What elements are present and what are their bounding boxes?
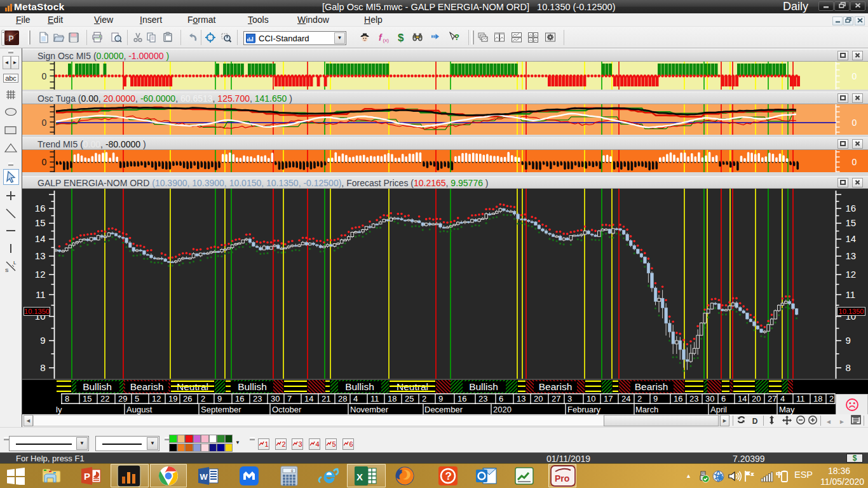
svg-text:20: 20 bbox=[534, 394, 543, 403]
svg-text:24: 24 bbox=[621, 394, 630, 403]
svg-text:26: 26 bbox=[183, 394, 192, 403]
svg-text:S: S bbox=[5, 268, 8, 273]
svg-text:23: 23 bbox=[478, 394, 487, 403]
svg-text:2: 2 bbox=[829, 394, 834, 403]
svg-text:December: December bbox=[424, 405, 463, 414]
svg-text:14: 14 bbox=[738, 394, 747, 403]
svg-text:Bearish: Bearish bbox=[635, 381, 668, 392]
svg-text:23: 23 bbox=[689, 394, 698, 403]
svg-text:27: 27 bbox=[768, 394, 776, 403]
svg-text:12: 12 bbox=[35, 269, 46, 280]
svg-text:17: 17 bbox=[604, 394, 613, 403]
svg-text:X: X bbox=[356, 471, 363, 482]
svg-text:9: 9 bbox=[846, 335, 851, 346]
svg-text:13: 13 bbox=[846, 250, 857, 261]
svg-text:14: 14 bbox=[304, 394, 313, 403]
svg-text:Bearish: Bearish bbox=[539, 381, 573, 392]
svg-text:?: ? bbox=[445, 470, 452, 482]
svg-text:10: 10 bbox=[587, 394, 595, 403]
svg-text:9: 9 bbox=[438, 394, 443, 403]
svg-text:9: 9 bbox=[40, 335, 45, 346]
svg-text:23: 23 bbox=[253, 394, 262, 403]
svg-text:0: 0 bbox=[42, 71, 47, 81]
svg-text:30: 30 bbox=[705, 394, 714, 403]
svg-text:15: 15 bbox=[83, 394, 92, 403]
svg-text:2: 2 bbox=[422, 394, 426, 403]
svg-text:8: 8 bbox=[65, 394, 69, 403]
svg-text:$: $ bbox=[398, 32, 404, 43]
svg-text:September: September bbox=[201, 405, 241, 414]
svg-text:November: November bbox=[350, 405, 389, 414]
svg-text:15: 15 bbox=[846, 217, 857, 228]
svg-text:May: May bbox=[779, 405, 795, 414]
svg-text:L: L bbox=[13, 260, 17, 266]
svg-text:0: 0 bbox=[42, 118, 47, 128]
svg-text:February: February bbox=[567, 405, 601, 414]
svg-text:25: 25 bbox=[405, 394, 414, 403]
svg-text:15: 15 bbox=[35, 217, 46, 228]
svg-text:18: 18 bbox=[388, 394, 397, 403]
svg-text:2: 2 bbox=[637, 394, 642, 403]
svg-text:Bullish: Bullish bbox=[345, 381, 374, 392]
svg-text:21: 21 bbox=[322, 394, 330, 403]
svg-text:0: 0 bbox=[42, 157, 47, 167]
svg-text:7: 7 bbox=[287, 394, 292, 403]
svg-text:2: 2 bbox=[201, 394, 205, 403]
svg-text:4: 4 bbox=[353, 394, 358, 403]
svg-text:16: 16 bbox=[458, 394, 466, 403]
svg-text:9: 9 bbox=[217, 394, 222, 403]
svg-text:8: 8 bbox=[40, 362, 45, 373]
svg-text:6: 6 bbox=[499, 394, 503, 403]
svg-text:19: 19 bbox=[168, 394, 177, 403]
svg-text:13: 13 bbox=[35, 250, 46, 261]
svg-text:14: 14 bbox=[846, 233, 857, 244]
svg-text:16: 16 bbox=[35, 203, 46, 214]
svg-text:W: W bbox=[200, 472, 208, 482]
svg-text:f: f bbox=[379, 32, 383, 43]
svg-text:Bearish: Bearish bbox=[130, 381, 164, 392]
svg-text:P: P bbox=[9, 34, 14, 43]
svg-text:16: 16 bbox=[674, 394, 682, 403]
svg-text:0: 0 bbox=[852, 157, 857, 167]
svg-text:28: 28 bbox=[338, 394, 347, 403]
svg-text:2020: 2020 bbox=[493, 405, 512, 414]
svg-text:11: 11 bbox=[370, 394, 379, 403]
svg-text:0: 0 bbox=[852, 71, 857, 81]
svg-text:3: 3 bbox=[567, 394, 572, 403]
svg-text:8: 8 bbox=[846, 362, 851, 373]
svg-text:11: 11 bbox=[846, 289, 856, 300]
svg-text:Bullish: Bullish bbox=[469, 381, 498, 392]
svg-text:5: 5 bbox=[135, 394, 139, 403]
svg-text:Pro: Pro bbox=[555, 473, 569, 484]
svg-text:9: 9 bbox=[653, 394, 658, 403]
svg-text:March: March bbox=[635, 405, 658, 414]
svg-text:16: 16 bbox=[235, 394, 244, 403]
svg-text:0: 0 bbox=[852, 118, 857, 128]
svg-text:22: 22 bbox=[100, 394, 109, 403]
svg-text:4: 4 bbox=[780, 394, 785, 403]
svg-text:27: 27 bbox=[552, 394, 560, 403]
svg-text:18: 18 bbox=[813, 394, 822, 403]
svg-text:11: 11 bbox=[796, 394, 805, 403]
svg-text:Bullish: Bullish bbox=[83, 381, 112, 392]
svg-text:P: P bbox=[84, 471, 90, 482]
svg-text:14: 14 bbox=[35, 233, 46, 244]
svg-text:12: 12 bbox=[846, 269, 857, 280]
svg-text:ly: ly bbox=[56, 405, 62, 414]
svg-text:October: October bbox=[272, 405, 302, 414]
svg-text:16: 16 bbox=[846, 203, 857, 214]
svg-text:13: 13 bbox=[517, 394, 526, 403]
svg-text:29: 29 bbox=[118, 394, 127, 403]
svg-text:April: April bbox=[710, 405, 727, 414]
svg-text:August: August bbox=[126, 405, 153, 414]
svg-text:11: 11 bbox=[36, 289, 46, 300]
svg-text:12: 12 bbox=[152, 394, 161, 403]
svg-text:(x): (x) bbox=[383, 37, 390, 43]
svg-text:20: 20 bbox=[752, 394, 761, 403]
svg-text:30: 30 bbox=[271, 394, 280, 403]
svg-text:6: 6 bbox=[721, 394, 726, 403]
svg-text:?: ? bbox=[454, 32, 459, 42]
svg-text:Bullish: Bullish bbox=[238, 381, 267, 392]
